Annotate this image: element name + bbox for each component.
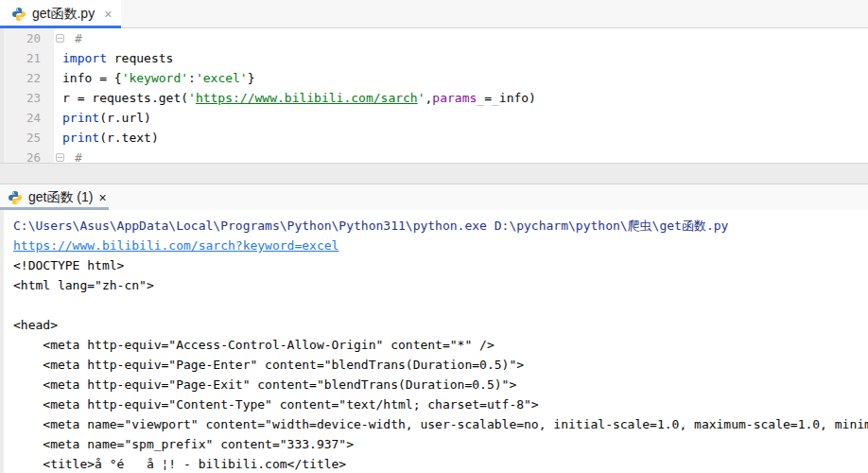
console-output-line: <html lang="zh-cn"> [4,275,868,295]
pycharm-window: get函数.py × 20#21import requests22info = … [0,0,868,473]
line-number: 25 [4,128,54,148]
code-editor[interactable]: 20#21import requests22info = {'keyword':… [0,28,868,163]
code-text: import requests [54,48,173,68]
line-number: 23 [4,88,54,108]
code-text: r = requests.get('https://www.bilibili.c… [54,88,536,108]
code-line[interactable]: 26# [4,148,868,163]
tab-get-function-py[interactable]: get函数.py × [0,0,121,27]
python-icon [8,190,23,205]
run-tab-label: get函数 (1) [28,189,93,206]
code-text: print(r.url) [54,108,151,128]
run-tab-get-function[interactable]: get函数 (1) × [0,184,114,210]
console-output-line: <meta http-equiv="Access-Control-Allow-O… [4,335,868,355]
console-output-line [4,295,868,315]
console-output-line: <meta name="spm_prefix" content="333.937… [4,434,868,454]
code-line[interactable]: 20# [4,28,868,48]
console-output-line: <meta http-equiv="Content-Type" content=… [4,394,868,414]
line-number: 24 [4,108,54,128]
close-icon[interactable]: × [98,190,106,205]
console-output-line: <head> [4,315,868,335]
run-tool-tab-bar: get函数 (1) × [0,184,868,210]
line-number: 26 [4,148,54,163]
code-line[interactable]: 21import requests [4,48,868,68]
console-output-line: <meta http-equiv="Page-Enter" content="b… [4,355,868,375]
code-line[interactable]: 22info = {'keyword':'excel'} [4,68,868,88]
console-link-line: https://www.bilibili.com/sarch?keyword=e… [4,236,868,255]
editor-tab-label: get函数.py [32,6,95,23]
editor-tab-bar: get函数.py × [0,0,868,28]
code-text: print(r.text) [54,128,159,148]
code-line[interactable]: 25print(r.text) [4,128,868,148]
console-command-line: C:\Users\Asus\AppData\Local\Programs\Pyt… [4,216,868,236]
code-text: info = {'keyword':'excel'} [54,68,255,88]
console-output-line: <meta name="viewport" content="width=dev… [4,414,868,434]
console-output-line: <meta http-equiv="Page-Exit" content="bl… [4,375,868,394]
line-number: 22 [4,68,54,88]
line-number: 20 [4,28,54,48]
line-number: 21 [4,48,54,68]
run-console-output[interactable]: C:\Users\Asus\AppData\Local\Programs\Pyt… [0,210,868,473]
console-output-line: <!DOCTYPE html> [4,255,868,275]
fold-region-icon[interactable] [56,34,64,43]
code-line[interactable]: 24print(r.url) [4,108,868,128]
code-line[interactable]: 23r = requests.get('https://www.bilibili… [4,88,868,108]
console-url-link[interactable]: https://www.bilibili.com/sarch?keyword=e… [13,238,339,253]
fold-region-icon[interactable] [56,153,64,162]
python-icon [11,7,26,22]
editor-console-splitter[interactable] [0,163,868,184]
console-output-line: <title>å °é å ¦! - bilibili.com</title> [4,454,868,473]
close-icon[interactable]: × [104,8,112,21]
